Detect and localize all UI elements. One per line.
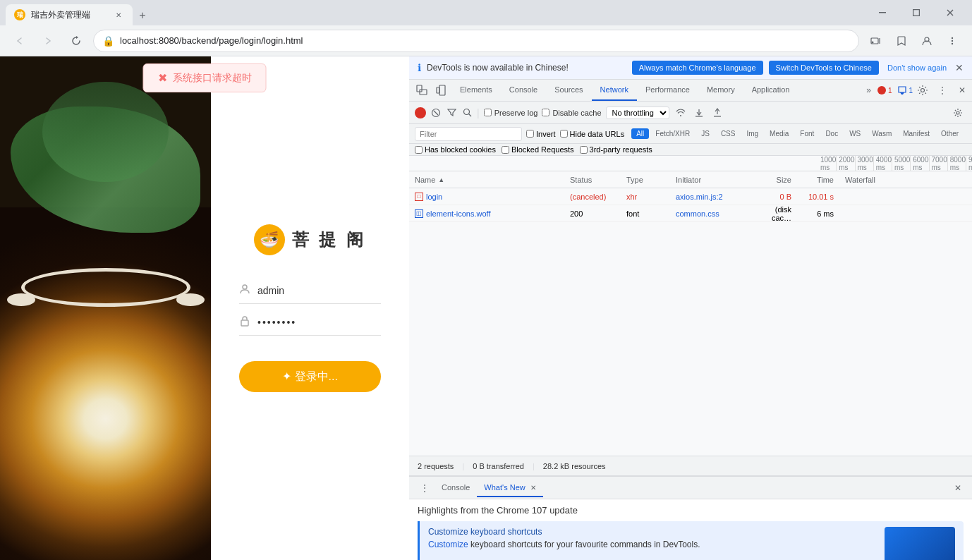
filter-xhr[interactable]: Fetch/XHR <box>650 128 695 139</box>
devtools-inspect-button[interactable] <box>412 80 432 100</box>
back-button[interactable] <box>8 30 31 52</box>
highlight-link[interactable]: Customize <box>428 540 468 549</box>
username-input[interactable] <box>257 285 381 296</box>
has-blocked-label[interactable]: Has blocked cookies <box>415 145 496 154</box>
reload-button[interactable] <box>65 30 87 52</box>
close-button[interactable] <box>934 0 966 25</box>
devtools-device-button[interactable] <box>432 80 451 100</box>
row2-initiator[interactable]: common.css <box>676 209 719 218</box>
menu-button[interactable] <box>941 30 964 52</box>
file-icon-2: ◫ <box>415 209 423 218</box>
has-blocked-checkbox[interactable] <box>415 146 423 154</box>
filter-font[interactable]: Font <box>795 128 819 139</box>
tab-console[interactable]: Console <box>501 80 546 101</box>
bookmark-button[interactable] <box>890 30 913 52</box>
maximize-button[interactable] <box>900 0 932 25</box>
blocked-req-checkbox[interactable] <box>502 146 509 154</box>
svg-point-10 <box>243 285 247 289</box>
time-mark-3: 3000 ms <box>856 156 874 171</box>
drawer-tab-whats-new[interactable]: What's New ✕ <box>477 479 542 497</box>
import-button[interactable] <box>692 106 706 120</box>
filter-manifest[interactable]: Manifest <box>898 128 935 139</box>
tab-elements[interactable]: Elements <box>451 80 501 101</box>
password-input[interactable] <box>257 317 381 328</box>
svg-point-17 <box>921 89 925 92</box>
minimize-button[interactable] <box>866 0 899 25</box>
network-rows-area: □ login (canceled) xhr axios.min.js:2 <box>409 188 972 456</box>
match-language-button[interactable]: Always match Chrome's language <box>632 61 763 75</box>
invert-checkbox[interactable] <box>526 130 534 138</box>
row2-name[interactable]: element-icons.woff <box>426 209 491 218</box>
filter-doc[interactable]: Doc <box>820 128 843 139</box>
filter-img[interactable]: Img <box>741 128 763 139</box>
filter-input[interactable] <box>415 127 522 141</box>
search-button[interactable] <box>461 107 473 118</box>
throttle-select[interactable]: No throttling <box>606 106 669 119</box>
dont-show-button[interactable]: Don't show again <box>887 63 947 72</box>
password-group <box>239 315 381 336</box>
disable-cache-checkbox[interactable] <box>542 109 549 116</box>
filter-js[interactable]: JS <box>696 128 715 139</box>
active-tab[interactable]: 瑞 瑞吉外卖管理端 ✕ <box>6 4 133 25</box>
third-party-label[interactable]: 3rd-party requests <box>580 145 652 154</box>
login-button[interactable]: ✦ 登录中... <box>239 361 381 392</box>
tab-network[interactable]: Network <box>592 80 637 101</box>
tab-sources[interactable]: Sources <box>546 80 591 101</box>
filter-wasm[interactable]: Wasm <box>867 128 897 139</box>
tab-memory[interactable]: Memory <box>698 80 743 101</box>
devtools-options-button[interactable]: ⋮ <box>932 80 952 100</box>
col-waterfall-header[interactable]: Waterfall <box>839 176 972 184</box>
login-button-label: ✦ 登录中... <box>282 370 338 384</box>
row1-name[interactable]: login <box>426 193 442 201</box>
filter-type-buttons: All Fetch/XHR JS CSS Img Media Font Doc … <box>631 128 964 139</box>
devtools-more-button[interactable]: » <box>861 85 877 95</box>
tab-close-button[interactable]: ✕ <box>113 9 124 20</box>
export-button[interactable] <box>710 106 724 120</box>
cast-button[interactable] <box>865 30 887 52</box>
disable-cache-label[interactable]: Disable cache <box>542 109 601 117</box>
clear-button[interactable] <box>430 107 442 118</box>
col-status-header[interactable]: Status <box>564 176 621 184</box>
hide-data-label[interactable]: Hide data URLs <box>560 130 625 138</box>
network-status-bar: 2 requests | 0 B transferred | 28.2 kB r… <box>409 456 972 475</box>
preserve-log-checkbox[interactable] <box>484 109 492 116</box>
third-party-checkbox[interactable] <box>580 146 588 154</box>
toolbar-icons <box>865 30 964 52</box>
col-size-header[interactable]: Size <box>755 176 797 184</box>
network-settings-button[interactable] <box>949 104 966 121</box>
hide-data-checkbox[interactable] <box>560 130 568 138</box>
invert-label[interactable]: Invert <box>526 130 556 138</box>
table-row[interactable]: □ login (canceled) xhr axios.min.js:2 <box>409 188 972 205</box>
url-bar[interactable]: 🔒 localhost:8080/backend/page/login/logi… <box>93 30 859 52</box>
profile-button[interactable] <box>916 30 938 52</box>
col-time-header[interactable]: Time <box>797 176 839 184</box>
record-button[interactable] <box>415 107 426 118</box>
table-row[interactable]: ◫ element-icons.woff 200 font common.css <box>409 205 972 222</box>
wifi-button[interactable] <box>674 106 688 120</box>
filter-all[interactable]: All <box>631 128 649 139</box>
filter-css[interactable]: CSS <box>716 128 741 139</box>
col-type-header[interactable]: Type <box>621 176 670 184</box>
devtools-close-button[interactable]: ✕ <box>952 80 972 100</box>
preserve-log-label[interactable]: Preserve log <box>484 109 538 117</box>
switch-chinese-button[interactable]: Switch DevTools to Chinese <box>769 61 879 75</box>
devtools-settings-button[interactable] <box>913 80 932 100</box>
banner-close-button[interactable]: ✕ <box>955 62 964 73</box>
blocked-req-label[interactable]: Blocked Requests <box>502 145 574 154</box>
filter-other[interactable]: Other <box>936 128 964 139</box>
drawer-menu-button[interactable]: ⋮ <box>415 478 435 498</box>
col-initiator-header[interactable]: Initiator <box>670 176 755 184</box>
drawer-content: Highlights from the Chrome 107 update Cu… <box>409 499 972 560</box>
filter-ws[interactable]: WS <box>844 128 865 139</box>
col-name-header[interactable]: Name ▲ <box>409 176 564 184</box>
new-tab-button[interactable]: + <box>133 6 152 25</box>
tab-application[interactable]: Application <box>743 80 798 101</box>
filter-button[interactable] <box>446 107 457 118</box>
row1-initiator[interactable]: axios.min.js:2 <box>676 193 723 201</box>
drawer-tab-close-button[interactable]: ✕ <box>530 484 536 492</box>
tab-performance[interactable]: Performance <box>637 80 698 101</box>
forward-button[interactable] <box>37 30 59 52</box>
drawer-close-button[interactable]: ✕ <box>949 480 966 497</box>
drawer-tab-console[interactable]: Console <box>435 479 477 497</box>
filter-media[interactable]: Media <box>765 128 794 139</box>
